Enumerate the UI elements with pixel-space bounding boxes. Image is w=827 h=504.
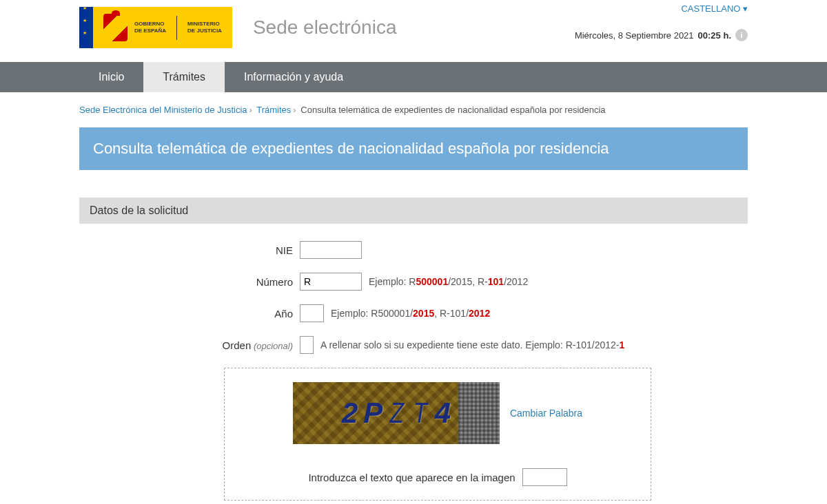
ano-label: Año bbox=[79, 308, 300, 319]
nav-info[interactable]: Información y ayuda bbox=[225, 62, 363, 92]
gov-label: DE ESPAÑA bbox=[134, 28, 166, 34]
time-text: 00:25 h. bbox=[698, 30, 731, 41]
nav-inicio[interactable]: Inicio bbox=[79, 62, 143, 92]
header: ★ ★ ★ GOBIERNO DE ESPAÑA MINISTERIO DE J… bbox=[79, 0, 748, 62]
main-nav: Inicio Trámites Información y ayuda bbox=[0, 62, 827, 92]
change-captcha-link[interactable]: Cambiar Palabra bbox=[510, 408, 582, 419]
breadcrumb-current: Consulta telemática de expedientes de na… bbox=[300, 105, 605, 115]
orden-label: Orden (opcional) bbox=[79, 339, 300, 351]
ministry-label: DE JUSTICIA bbox=[187, 28, 222, 34]
numero-input[interactable] bbox=[300, 273, 362, 291]
breadcrumb-section[interactable]: Trámites bbox=[256, 105, 291, 115]
numero-hint: Ejemplo: R500001/2015, R-101/2012 bbox=[369, 276, 528, 287]
coat-of-arms-icon bbox=[103, 14, 127, 41]
ministry-label: MINISTERIO bbox=[187, 21, 222, 28]
orden-hint: A rellenar solo si su expediente tiene e… bbox=[320, 339, 624, 350]
captcha-prompt: Introduzca el texto que aparece en la im… bbox=[308, 472, 515, 483]
datetime-display: Miércoles, 8 Septiembre 2021 00:25 h. i bbox=[575, 29, 748, 41]
form-area: NIE Número Ejemplo: R500001/2015, R-101/… bbox=[79, 224, 748, 504]
gov-label: GOBIERNO bbox=[134, 21, 166, 28]
breadcrumb: Sede Electrónica del Ministerio de Justi… bbox=[79, 92, 748, 127]
breadcrumb-home[interactable]: Sede Electrónica del Ministerio de Justi… bbox=[79, 105, 247, 115]
captcha-input[interactable] bbox=[522, 468, 567, 486]
orden-input[interactable] bbox=[300, 336, 314, 354]
date-text: Miércoles, 8 Septiembre 2021 bbox=[575, 30, 694, 41]
captcha-image: 2 P Z T 4 bbox=[293, 382, 500, 444]
government-logo: ★ ★ ★ GOBIERNO DE ESPAÑA MINISTERIO DE J… bbox=[79, 7, 232, 48]
page-title: Consulta telemática de expedientes de na… bbox=[79, 127, 748, 170]
section-header: Datos de la solicitud bbox=[79, 198, 748, 224]
captcha-box: 2 P Z T 4 Cambiar Palabra Introduzca el … bbox=[224, 368, 651, 501]
nav-tramites[interactable]: Trámites bbox=[143, 62, 225, 92]
numero-label: Número bbox=[79, 276, 300, 288]
site-title: Sede electrónica bbox=[253, 17, 397, 39]
language-selector[interactable]: CASTELLANO ▾ bbox=[575, 3, 748, 14]
ano-input[interactable] bbox=[300, 304, 324, 322]
ano-hint: Ejemplo: R500001/2015, R-101/2012 bbox=[331, 308, 490, 319]
nie-label: NIE bbox=[79, 244, 300, 256]
nie-input[interactable] bbox=[300, 241, 362, 259]
info-icon[interactable]: i bbox=[735, 29, 748, 41]
